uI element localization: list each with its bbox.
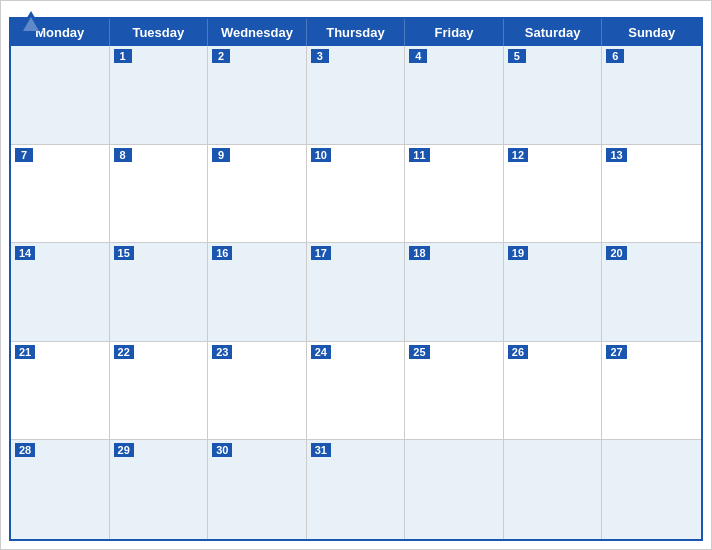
day-header-saturday: Saturday [504, 19, 603, 46]
day-number: 24 [311, 345, 331, 359]
day-cell: 8 [110, 145, 209, 243]
day-number: 30 [212, 443, 232, 457]
day-cell: 14 [11, 243, 110, 341]
day-header-wednesday: Wednesday [208, 19, 307, 46]
day-number: 5 [508, 49, 526, 63]
day-cell: 24 [307, 342, 406, 440]
day-cell: 21 [11, 342, 110, 440]
day-cell [11, 46, 110, 144]
day-number: 3 [311, 49, 329, 63]
calendar-page: MondayTuesdayWednesdayThursdayFridaySatu… [0, 0, 712, 550]
day-cell: 17 [307, 243, 406, 341]
day-number: 29 [114, 443, 134, 457]
day-number: 23 [212, 345, 232, 359]
day-cell: 9 [208, 145, 307, 243]
day-header-tuesday: Tuesday [110, 19, 209, 46]
week-row-4: 21222324252627 [11, 342, 701, 441]
day-number: 26 [508, 345, 528, 359]
day-cell: 15 [110, 243, 209, 341]
day-cell: 30 [208, 440, 307, 539]
day-number: 18 [409, 246, 429, 260]
day-header-friday: Friday [405, 19, 504, 46]
calendar-header [1, 1, 711, 17]
day-number: 7 [15, 148, 33, 162]
week-row-1: 123456 [11, 46, 701, 145]
day-number: 4 [409, 49, 427, 63]
day-cell [602, 440, 701, 539]
day-cell: 6 [602, 46, 701, 144]
day-cell [504, 440, 603, 539]
day-cell: 27 [602, 342, 701, 440]
day-cell: 1 [110, 46, 209, 144]
day-cell: 12 [504, 145, 603, 243]
day-number: 14 [15, 246, 35, 260]
day-cell: 13 [602, 145, 701, 243]
day-number: 16 [212, 246, 232, 260]
day-cell: 26 [504, 342, 603, 440]
day-cell: 3 [307, 46, 406, 144]
day-number: 12 [508, 148, 528, 162]
day-cell: 23 [208, 342, 307, 440]
calendar-grid-container: MondayTuesdayWednesdayThursdayFridaySatu… [9, 17, 703, 541]
day-cell: 2 [208, 46, 307, 144]
day-number: 10 [311, 148, 331, 162]
week-row-5: 28293031 [11, 440, 701, 539]
day-cell: 20 [602, 243, 701, 341]
days-header: MondayTuesdayWednesdayThursdayFridaySatu… [11, 19, 701, 46]
day-cell: 4 [405, 46, 504, 144]
day-cell: 7 [11, 145, 110, 243]
day-number: 28 [15, 443, 35, 457]
day-number: 25 [409, 345, 429, 359]
day-cell: 31 [307, 440, 406, 539]
day-cell: 29 [110, 440, 209, 539]
day-number: 21 [15, 345, 35, 359]
day-cell: 25 [405, 342, 504, 440]
day-cell: 11 [405, 145, 504, 243]
day-number: 15 [114, 246, 134, 260]
day-number: 27 [606, 345, 626, 359]
day-number: 8 [114, 148, 132, 162]
day-cell: 19 [504, 243, 603, 341]
day-header-sunday: Sunday [602, 19, 701, 46]
logo [17, 9, 49, 37]
day-number: 22 [114, 345, 134, 359]
day-number: 17 [311, 246, 331, 260]
week-row-3: 14151617181920 [11, 243, 701, 342]
day-number: 2 [212, 49, 230, 63]
day-cell: 18 [405, 243, 504, 341]
day-header-thursday: Thursday [307, 19, 406, 46]
day-number: 31 [311, 443, 331, 457]
day-number: 9 [212, 148, 230, 162]
calendar-weeks: 1234567891011121314151617181920212223242… [11, 46, 701, 539]
day-number: 20 [606, 246, 626, 260]
week-row-2: 78910111213 [11, 145, 701, 244]
day-number: 11 [409, 148, 429, 162]
day-cell: 5 [504, 46, 603, 144]
day-number: 1 [114, 49, 132, 63]
day-cell: 10 [307, 145, 406, 243]
logo-icon [17, 9, 45, 37]
day-cell: 28 [11, 440, 110, 539]
day-cell [405, 440, 504, 539]
day-cell: 22 [110, 342, 209, 440]
day-cell: 16 [208, 243, 307, 341]
day-number: 6 [606, 49, 624, 63]
day-number: 13 [606, 148, 626, 162]
day-number: 19 [508, 246, 528, 260]
